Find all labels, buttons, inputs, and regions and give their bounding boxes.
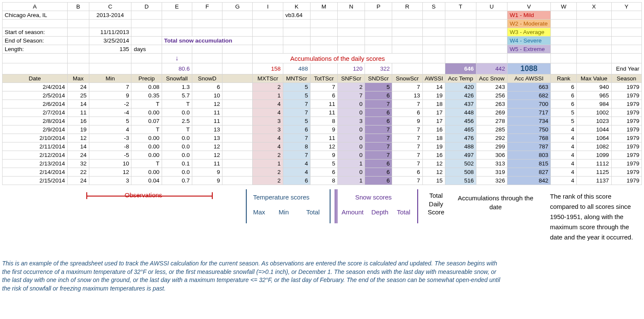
total-snowfall[interactable]: 80.6 bbox=[162, 63, 192, 74]
legend-w5: W5 - Extreme bbox=[507, 45, 551, 54]
annotation-accum-daily: Accumulations of the daily scores bbox=[253, 54, 422, 63]
table-row[interactable]: 2/9/2014194TT133690771646528575041044197… bbox=[3, 125, 642, 134]
annotation-total-snow: Total snow accumulation bbox=[162, 37, 253, 45]
table-row[interactable]: 2/7/201411-40.000.0114711066174482697175… bbox=[3, 108, 642, 117]
table-row[interactable]: 2/4/20142470.081.36257257144202436636940… bbox=[3, 83, 642, 91]
table-row[interactable]: 2/11/201414-80.000.012481207719488299787… bbox=[3, 142, 642, 151]
table-row[interactable]: 2/6/201414-2TT12471107718437263700698419… bbox=[3, 100, 642, 108]
legend-w4: W4 - Severe bbox=[507, 37, 551, 45]
header-row[interactable]: DateMaxMinPrecipSnowfallSnowDMXTScrMNTSc… bbox=[3, 74, 642, 83]
column-letter-row[interactable]: ABCDEFGIKMNPRSTUVWXY bbox=[3, 3, 642, 11]
table-row[interactable]: 2/14/201422120.000.092460661250831982741… bbox=[3, 168, 642, 177]
legend-w3: W3 - Average bbox=[507, 28, 551, 37]
totals-row[interactable]: 80.6 158488 120322 646442 1088End Year bbox=[3, 63, 642, 74]
table-row[interactable]: 2/15/20142430.040.7926816715516326842411… bbox=[3, 177, 642, 185]
location-cell[interactable]: Chicago Area, IL bbox=[3, 11, 68, 20]
legend-w1: W1 - Mild bbox=[507, 11, 551, 20]
table-row[interactable]: 2/13/20143210T0.111145167125023138154111… bbox=[3, 160, 642, 168]
annotation-rank: The rank of this score compared to all s… bbox=[550, 191, 639, 242]
annotation-observations: Observations bbox=[125, 191, 162, 199]
table-row[interactable]: 2/10/201412-30.000.013471107718476292768… bbox=[3, 134, 642, 142]
table-row[interactable]: 2/8/20141650.072.51135836917456278734510… bbox=[3, 117, 642, 125]
total-awssi[interactable]: 1088 bbox=[507, 63, 551, 74]
legend-w2: W2 - Moderate bbox=[507, 20, 551, 28]
meta-row-location[interactable]: Chicago Area, IL2013-2014vb3.64W1 - Mild bbox=[3, 11, 642, 20]
table-row[interactable]: 2/5/20142590.355.71015676131942625668269… bbox=[3, 91, 642, 100]
spreadsheet-table[interactable]: ABCDEFGIKMNPRSTUVWXY Chicago Area, IL201… bbox=[2, 2, 642, 185]
footnote-text: This is an example of the spreadsheet us… bbox=[2, 259, 504, 293]
table-row[interactable]: 2/12/201424-50.000.012279077164973068034… bbox=[3, 151, 642, 160]
